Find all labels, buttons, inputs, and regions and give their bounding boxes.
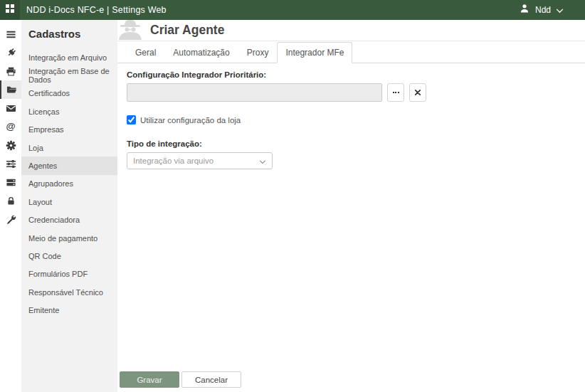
at-glyph: @ — [6, 122, 15, 132]
apps-grid-button[interactable] — [0, 0, 20, 20]
tab-bar: Geral Automatização Proxy Integrador MFe — [117, 41, 585, 63]
wrench-icon[interactable] — [0, 210, 21, 228]
sidebar-menu: Cadastros Integração em Arquivo Integraç… — [21, 20, 117, 392]
tipo-integracao-select[interactable]: Integração via arquivo — [127, 152, 273, 169]
at-icon[interactable]: @ — [0, 117, 21, 136]
ellipsis-icon — [393, 92, 399, 93]
tab-automatizacao[interactable]: Automatização — [164, 42, 238, 63]
sidebar-item-loja[interactable]: Loja — [21, 139, 117, 157]
sidebar-item-credenciadora[interactable]: Credenciadora — [21, 211, 117, 229]
sidebar-item-licencas[interactable]: Licenças — [21, 102, 117, 120]
config-integrador-input[interactable] — [127, 83, 382, 102]
main-content: Criar Agente Geral Automatização Proxy I… — [117, 20, 585, 392]
plug-icon[interactable] — [0, 43, 21, 62]
user-name: Ndd — [535, 5, 551, 15]
chevron-down-icon — [259, 154, 266, 167]
x-icon — [414, 86, 421, 99]
tab-integrador-mfe[interactable]: Integrador MFe — [277, 42, 352, 63]
sliders-icon[interactable] — [0, 154, 21, 173]
sidebar-header: Cadastros — [21, 20, 117, 48]
page-header: Criar Agente — [117, 20, 585, 41]
top-bar: NDD i-Docs NFC-e | Settings Web Ndd — [0, 0, 585, 20]
printer-icon[interactable] — [0, 62, 21, 80]
apps-grid-icon — [4, 3, 16, 17]
page-title: Criar Agente — [150, 23, 224, 38]
sidebar-item-responsavel-tecnico[interactable]: Responsável Técnico — [21, 283, 117, 301]
sidebar-item-empresas[interactable]: Empresas — [21, 121, 117, 139]
user-icon — [519, 3, 530, 17]
menu-icon[interactable] — [0, 25, 21, 43]
app-title: NDD i-Docs NFC-e | Settings Web — [26, 5, 167, 15]
tab-geral[interactable]: Geral — [127, 42, 164, 63]
icon-rail: @ — [0, 20, 21, 392]
sidebar-item-integracao-base-dados[interactable]: Integração em Base de Dados — [21, 66, 117, 84]
sidebar-item-formularios-pdf[interactable]: Formulários PDF — [21, 265, 117, 283]
form-actions: Gravar Cancelar — [120, 371, 241, 388]
chevron-down-icon — [556, 4, 564, 16]
lock-icon[interactable] — [0, 191, 21, 210]
gear-icon[interactable] — [0, 136, 21, 154]
clear-button[interactable] — [409, 83, 426, 102]
user-menu[interactable]: Ndd — [519, 3, 585, 17]
utilizar-config-loja-checkbox[interactable] — [127, 115, 136, 125]
spy-agent-icon — [117, 20, 144, 43]
save-button[interactable]: Gravar — [120, 371, 179, 388]
sidebar-item-emitente[interactable]: Emitente — [21, 301, 117, 319]
tab-panel-integrador-mfe: Configuração Integrador Prioritário: Uti… — [117, 63, 585, 169]
folder-open-icon[interactable] — [0, 80, 21, 99]
sidebar-item-meio-pagamento[interactable]: Meio de pagamento — [21, 229, 117, 247]
sidebar-item-agrupadores[interactable]: Agrupadores — [21, 175, 117, 193]
sidebar-item-agentes[interactable]: Agentes — [21, 157, 117, 174]
tipo-integracao-value: Integração via arquivo — [133, 157, 259, 165]
cancel-button[interactable]: Cancelar — [181, 371, 241, 388]
server-icon[interactable] — [0, 173, 21, 191]
browse-button[interactable] — [387, 83, 404, 102]
sidebar-item-certificados[interactable]: Certificados — [21, 85, 117, 102]
tipo-integracao-label: Tipo de integração: — [127, 139, 585, 148]
tab-proxy[interactable]: Proxy — [238, 42, 278, 63]
sidebar-item-integracao-arquivo[interactable]: Integração em Arquivo — [21, 48, 117, 66]
mail-icon[interactable] — [0, 99, 21, 117]
config-integrador-label: Configuração Integrador Prioritário: — [127, 70, 585, 79]
sidebar-item-qr-code[interactable]: QR Code — [21, 247, 117, 265]
sidebar-item-layout[interactable]: Layout — [21, 193, 117, 211]
utilizar-config-loja-label: Utilizar configuração da loja — [140, 116, 241, 125]
